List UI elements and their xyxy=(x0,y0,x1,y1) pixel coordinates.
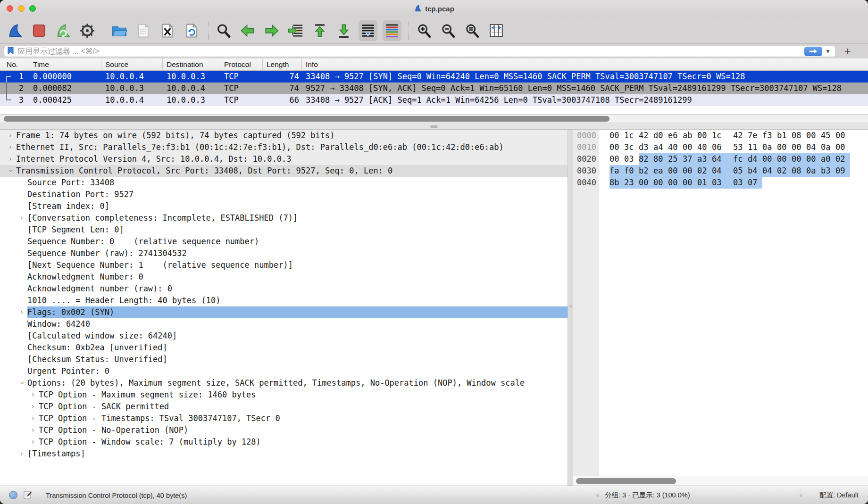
chevron-collapsed-icon[interactable]: › xyxy=(27,389,39,401)
detail-row[interactable]: Urgent Pointer: 0 xyxy=(0,365,568,377)
detail-row[interactable]: ›Ethernet II, Src: Parallels_7e:f3:b1 (0… xyxy=(0,141,568,153)
chevron-expanded-icon[interactable]: › xyxy=(16,377,27,389)
hex-byte[interactable]: 00 xyxy=(697,130,712,141)
hex-byte[interactable]: 40 xyxy=(668,141,683,153)
hex-byte[interactable]: 3c xyxy=(624,141,639,153)
pane-splitter-horizontal[interactable] xyxy=(0,123,868,129)
hex-byte[interactable]: 03 xyxy=(733,177,748,189)
hex-byte[interactable]: 00 xyxy=(762,153,777,165)
hex-byte[interactable]: 00 xyxy=(683,165,697,177)
hex-byte[interactable]: 8b xyxy=(609,177,624,189)
save-file-button[interactable] xyxy=(134,20,153,41)
hex-byte[interactable]: 45 xyxy=(821,130,835,141)
hex-byte[interactable]: 00 xyxy=(806,153,821,165)
detail-row[interactable]: [TCP Segment Len: 0] xyxy=(0,224,568,236)
hex-byte[interactable]: 37 xyxy=(683,153,697,165)
last-packet-button[interactable] xyxy=(334,20,353,41)
chevron-collapsed-icon[interactable]: › xyxy=(5,153,16,165)
packet-row[interactable]: 10.00000010.0.0.410.0.0.3TCP7433408 → 95… xyxy=(0,71,868,83)
vertical-splitter-handle[interactable] xyxy=(569,305,572,307)
detail-row[interactable]: ›Frame 1: 74 bytes on wire (592 bits), 7… xyxy=(0,130,568,141)
hex-byte[interactable]: 00 xyxy=(668,177,683,189)
detail-row[interactable]: ›Options: (20 bytes), Maximum segment si… xyxy=(0,377,568,389)
detail-row[interactable]: ›Flags: 0x002 (SYN) xyxy=(0,306,568,318)
resize-columns-button[interactable] xyxy=(487,20,506,41)
detail-row[interactable]: ›TCP Option - No-Operation (NOP) xyxy=(0,424,568,436)
hex-byte[interactable]: 00 xyxy=(639,177,653,189)
add-filter-button[interactable]: + xyxy=(841,46,855,57)
stop-capture-button[interactable] xyxy=(30,20,49,41)
hex-byte[interactable]: b3 xyxy=(821,165,835,177)
column-header-source[interactable]: Source xyxy=(101,58,163,70)
hex-byte[interactable]: 00 xyxy=(835,141,850,153)
reload-file-button[interactable] xyxy=(182,20,201,41)
hex-byte[interactable]: ea xyxy=(653,165,668,177)
hex-byte[interactable]: 25 xyxy=(668,153,683,165)
hex-byte[interactable]: d3 xyxy=(639,141,653,153)
hex-byte[interactable]: 7e xyxy=(748,130,762,141)
hex-hscrollbar-thumb[interactable] xyxy=(576,478,676,484)
hex-byte[interactable]: 05 xyxy=(733,165,748,177)
hex-byte[interactable]: 00 xyxy=(609,130,624,141)
hex-byte[interactable]: a0 xyxy=(821,153,835,165)
hex-byte[interactable]: 42 xyxy=(733,130,748,141)
find-packet-button[interactable] xyxy=(214,20,233,41)
hex-byte[interactable]: b1 xyxy=(777,130,792,141)
hex-byte[interactable]: 07 xyxy=(748,177,762,189)
hex-byte[interactable]: 00 xyxy=(609,141,624,153)
chevron-collapsed-icon[interactable]: › xyxy=(5,141,16,153)
hex-byte[interactable]: 00 xyxy=(777,141,792,153)
hex-byte[interactable]: 03 xyxy=(712,177,726,189)
hex-byte[interactable]: f3 xyxy=(762,130,777,141)
hex-byte[interactable]: 0a xyxy=(762,141,777,153)
packet-list-hscrollbar[interactable] xyxy=(0,114,868,123)
expert-info-icon[interactable] xyxy=(9,491,17,499)
detail-row[interactable]: ›TCP Option - SACK permitted xyxy=(0,401,568,413)
hex-byte[interactable]: 08 xyxy=(792,130,806,141)
hex-byte[interactable]: 82 xyxy=(639,153,653,165)
packet-row[interactable]: 30.00042510.0.0.410.0.0.3TCP6633408 → 95… xyxy=(0,94,868,106)
previous-packet-button[interactable] xyxy=(238,20,257,41)
detail-row[interactable]: Source Port: 33408 xyxy=(0,177,568,189)
hex-byte[interactable]: d4 xyxy=(748,153,762,165)
chevron-expanded-icon[interactable]: › xyxy=(5,165,16,177)
detail-row[interactable]: 1010 .... = Header Length: 40 bytes (10) xyxy=(0,295,568,306)
detail-row[interactable]: ›TCP Option - Window scale: 7 (multiply … xyxy=(0,436,568,448)
close-file-button[interactable] xyxy=(158,20,177,41)
hex-byte[interactable]: a3 xyxy=(697,153,712,165)
hex-byte[interactable]: d0 xyxy=(653,130,668,141)
packet-row[interactable]: 20.00008210.0.0.310.0.0.4TCP749527 → 334… xyxy=(0,83,868,94)
capture-comment-icon[interactable] xyxy=(24,490,32,501)
open-file-button[interactable] xyxy=(110,20,129,41)
hex-byte[interactable]: f0 xyxy=(624,165,639,177)
capture-options-button[interactable] xyxy=(78,20,97,41)
zoom-original-button[interactable] xyxy=(463,20,482,41)
hex-byte[interactable]: 02 xyxy=(835,153,850,165)
chevron-collapsed-icon[interactable]: › xyxy=(27,424,39,436)
detail-row[interactable]: ›Transmission Control Protocol, Src Port… xyxy=(0,165,568,177)
hex-byte[interactable]: 01 xyxy=(697,177,712,189)
filter-bookmark-icon[interactable] xyxy=(8,47,14,57)
splitter-handle[interactable] xyxy=(430,125,438,128)
chevron-collapsed-icon[interactable]: › xyxy=(27,401,39,413)
hex-byte[interactable]: fc xyxy=(733,153,748,165)
detail-row[interactable]: Sequence Number (raw): 2741304532 xyxy=(0,248,568,259)
hex-byte[interactable]: 80 xyxy=(653,153,668,165)
hex-byte[interactable]: 00 xyxy=(653,177,668,189)
wireshark-welcome-button[interactable] xyxy=(6,20,25,41)
hex-byte[interactable]: 0a xyxy=(806,165,821,177)
filter-dropdown-chevron[interactable]: ▼ xyxy=(825,48,831,55)
detail-row[interactable]: Acknowledgment Number: 0 xyxy=(0,271,568,283)
detail-row[interactable]: Acknowledgment number (raw): 0 xyxy=(0,283,568,295)
hex-byte[interactable]: 0a xyxy=(821,141,835,153)
detail-row[interactable]: ›[Timestamps] xyxy=(0,448,568,460)
chevron-collapsed-icon[interactable]: › xyxy=(27,436,39,448)
auto-scroll-toggle[interactable] xyxy=(359,20,377,41)
hex-byte[interactable]: 00 xyxy=(792,141,806,153)
hex-byte[interactable]: 06 xyxy=(712,141,726,153)
packet-list-hscrollbar-thumb[interactable] xyxy=(4,116,609,122)
hex-byte[interactable]: 02 xyxy=(777,165,792,177)
restart-capture-button[interactable] xyxy=(54,20,73,41)
detail-row[interactable]: [Checksum Status: Unverified] xyxy=(0,354,568,365)
hex-byte[interactable]: e6 xyxy=(668,130,683,141)
